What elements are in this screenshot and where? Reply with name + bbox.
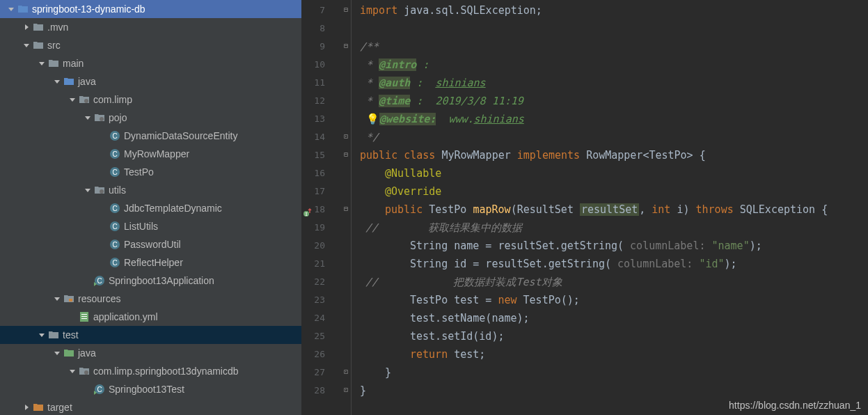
tree-item[interactable]: main — [0, 54, 301, 72]
line-number[interactable]: 19 — [301, 219, 340, 237]
code-line: */ — [352, 128, 868, 146]
tree-item-label: ReflectHelper — [124, 257, 183, 268]
code-area[interactable]: import java.sql.SQLException; /** * @int… — [352, 0, 868, 415]
line-number[interactable]: 27 — [301, 363, 340, 382]
tree-item[interactable]: CReflectHelper — [0, 253, 301, 272]
tree-item-label: utils — [109, 185, 126, 196]
tree-item[interactable]: CPasswordUtil — [0, 235, 301, 253]
tree-item[interactable]: CTestPo — [0, 163, 301, 181]
tree-item[interactable]: pojo — [0, 109, 301, 127]
line-number[interactable]: 11 — [301, 74, 340, 92]
chevron-right-icon[interactable] — [21, 404, 32, 411]
svg-point-8 — [100, 189, 104, 194]
fold-toggle-icon[interactable]: ⊟ — [342, 205, 350, 213]
tree-item[interactable]: java — [0, 344, 301, 362]
package-icon — [93, 112, 106, 123]
code-line: return test; — [352, 345, 868, 363]
class-icon: C — [109, 257, 121, 268]
bulb-icon[interactable]: 💡 — [366, 113, 379, 125]
tree-item[interactable]: utils — [0, 181, 301, 199]
tree-item-label: java — [78, 76, 96, 87]
chevron-right-icon[interactable] — [21, 24, 32, 31]
tree-item-label: .mvn — [47, 22, 68, 33]
chevron-down-icon[interactable] — [52, 78, 63, 85]
fold-column[interactable]: ⊟⊟⊡⊟⊟⊡⊡ — [340, 0, 352, 415]
line-number[interactable]: 10 — [301, 56, 340, 74]
tree-item[interactable]: java — [0, 72, 301, 91]
chevron-down-icon[interactable] — [52, 295, 63, 302]
tree-item[interactable]: com.limp — [0, 91, 301, 109]
tree-item[interactable]: CSpringboot13Test — [0, 380, 301, 398]
svg-text:C: C — [112, 150, 117, 158]
fold-toggle-icon[interactable]: ⊡ — [342, 368, 350, 376]
fold-toggle-icon[interactable]: ⊡ — [342, 132, 350, 141]
line-number[interactable]: 22 — [301, 273, 340, 291]
line-number[interactable]: 25 — [301, 327, 340, 345]
svg-text:C: C — [112, 169, 117, 176]
class-icon: C — [109, 130, 121, 141]
svg-text:C: C — [112, 259, 117, 267]
tree-item-label: Springboot13Application — [109, 275, 214, 286]
tree-item[interactable]: CListUtils — [0, 217, 301, 235]
chevron-down-icon[interactable] — [67, 368, 78, 375]
line-number[interactable]: 23 — [301, 291, 340, 309]
folder-icon — [32, 40, 45, 51]
folder-blue-icon — [17, 3, 29, 15]
line-number[interactable]: 12 — [301, 92, 340, 110]
class-icon: C — [109, 203, 121, 214]
fold-toggle-icon[interactable]: ⊡ — [342, 386, 350, 394]
tree-item[interactable]: application.yml — [0, 308, 301, 326]
fold-toggle-icon[interactable]: ⊟ — [342, 150, 350, 159]
line-number[interactable]: 24 — [301, 309, 340, 327]
folder-orange-icon — [32, 402, 45, 413]
chevron-down-icon[interactable] — [67, 96, 78, 103]
chevron-down-icon[interactable] — [36, 331, 47, 338]
code-editor[interactable]: 789101112131415161718I192021222324252627… — [301, 0, 868, 415]
tree-item-label: TestPo — [124, 166, 154, 178]
fold-toggle-icon[interactable]: ⊟ — [342, 42, 350, 50]
tree-item-label: pojo — [109, 112, 127, 123]
tree-item[interactable]: springboot-13-dynamic-db — [0, 0, 301, 18]
chevron-down-icon[interactable] — [52, 350, 63, 357]
code-line: import java.sql.SQLException; — [352, 1, 868, 19]
tree-item[interactable]: CMyRowMapper — [0, 145, 301, 163]
line-number[interactable]: 9 — [301, 38, 340, 56]
chevron-down-icon[interactable] — [82, 187, 93, 194]
code-line: * @auth : shinians — [352, 74, 868, 92]
tree-item[interactable]: src — [0, 36, 301, 54]
chevron-down-icon[interactable] — [82, 114, 93, 121]
class-icon: C — [109, 221, 121, 232]
tree-item[interactable]: resources — [0, 290, 301, 308]
line-number[interactable]: 7 — [301, 1, 340, 19]
tree-item[interactable]: .mvn — [0, 18, 301, 36]
override-marker-icon[interactable]: I — [303, 205, 313, 215]
tree-item[interactable]: com.limp.springboot13dynamicdb — [0, 362, 301, 380]
svg-point-1 — [100, 117, 104, 121]
fold-toggle-icon[interactable]: ⊟ — [342, 6, 350, 14]
project-tree[interactable]: springboot-13-dynamic-db.mvnsrcmainjavac… — [0, 0, 301, 415]
line-number[interactable]: 17 — [301, 182, 340, 201]
tree-item[interactable]: CSpringboot13Application — [0, 272, 301, 290]
tree-item[interactable]: CDynamicDataSourceEntity — [0, 127, 301, 145]
tree-item[interactable]: test — [0, 326, 301, 344]
line-number[interactable]: 14 — [301, 128, 340, 146]
chevron-down-icon[interactable] — [21, 42, 32, 49]
tree-item-label: springboot-13-dynamic-db — [32, 3, 145, 15]
line-number[interactable]: 15 — [301, 146, 340, 164]
line-number[interactable]: 21 — [301, 255, 340, 273]
line-number[interactable]: 8 — [301, 19, 340, 38]
line-number[interactable]: 26 — [301, 345, 340, 363]
line-number[interactable]: 16 — [301, 164, 340, 182]
code-line: @Nullable — [352, 164, 868, 182]
tree-item[interactable]: target — [0, 398, 301, 415]
line-number[interactable]: 18I — [301, 201, 340, 219]
tree-item-label: application.yml — [93, 311, 158, 322]
line-number[interactable]: 28 — [301, 382, 340, 400]
tree-item-label: main — [63, 58, 84, 69]
svg-rect-23 — [81, 318, 87, 319]
chevron-down-icon[interactable] — [6, 6, 17, 13]
tree-item[interactable]: CJdbcTemplateDynamic — [0, 199, 301, 217]
line-number[interactable]: 20 — [301, 237, 340, 255]
chevron-down-icon[interactable] — [36, 60, 47, 67]
line-number[interactable]: 13 — [301, 110, 340, 128]
